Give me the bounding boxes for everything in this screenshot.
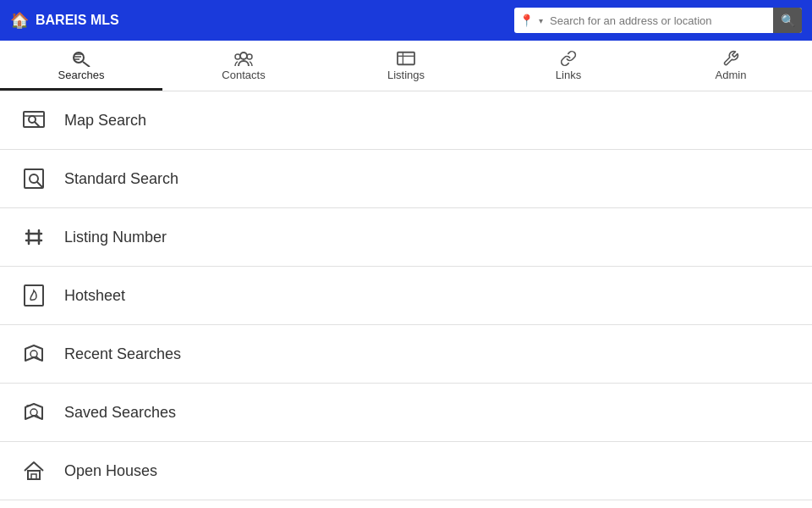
brand: 🏠 BAREIS MLS — [10, 11, 119, 30]
tab-links[interactable]: Links — [487, 41, 650, 91]
tab-listings[interactable]: Listings — [325, 41, 487, 91]
svg-point-7 — [247, 54, 252, 59]
svg-rect-28 — [28, 471, 40, 479]
tab-searches[interactable]: Searches — [0, 41, 162, 91]
hotsheet-label: Hotsheet — [64, 287, 125, 305]
tab-admin-label: Admin — [716, 69, 747, 81]
nav-tabs: Searches Contacts Listings — [0, 41, 812, 91]
dropdown-arrow-icon[interactable]: ▾ — [539, 16, 546, 25]
admin-icon — [721, 47, 741, 67]
search-bar: 📍 ▾ 🔍 — [514, 8, 802, 33]
saved-searches-icon — [20, 399, 47, 426]
listings-icon — [396, 47, 416, 67]
menu-item-hotsheet[interactable]: Hotsheet — [0, 267, 812, 325]
svg-point-5 — [240, 52, 247, 59]
open-houses-icon — [20, 457, 47, 484]
menu-item-map-search[interactable]: Map Search — [0, 91, 812, 150]
brand-name: BAREIS MLS — [36, 13, 119, 28]
tab-contacts[interactable]: Contacts — [162, 41, 325, 91]
menu-item-broker-tours[interactable]: Broker Tours — [0, 500, 812, 508]
svg-rect-22 — [25, 285, 43, 306]
listing-number-icon — [20, 224, 47, 251]
tab-links-label: Links — [556, 69, 581, 81]
standard-search-label: Standard Search — [64, 170, 178, 188]
contacts-icon — [233, 47, 254, 67]
tab-admin[interactable]: Admin — [650, 41, 812, 91]
svg-line-17 — [37, 182, 42, 187]
menu-item-recent-searches[interactable]: Recent Searches — [0, 325, 812, 384]
standard-search-icon — [20, 165, 47, 192]
searches-icon — [71, 47, 91, 67]
tab-listings-label: Listings — [387, 69, 425, 81]
map-search-icon — [20, 107, 47, 134]
tab-searches-label: Searches — [58, 69, 105, 81]
recent-searches-label: Recent Searches — [64, 345, 181, 363]
links-icon — [558, 47, 579, 67]
menu-list: Map Search Standard Search Listing Numbe… — [0, 91, 812, 508]
open-houses-label: Open Houses — [64, 462, 157, 480]
svg-rect-8 — [398, 52, 414, 64]
search-button[interactable]: 🔍 — [773, 8, 802, 33]
recent-searches-icon — [20, 340, 47, 367]
menu-item-standard-search[interactable]: Standard Search — [0, 150, 812, 208]
search-input[interactable] — [546, 14, 773, 27]
home-icon: 🏠 — [10, 11, 29, 30]
svg-rect-11 — [24, 112, 44, 127]
map-search-label: Map Search — [64, 112, 146, 130]
svg-point-6 — [235, 54, 240, 59]
listing-number-label: Listing Number — [64, 229, 167, 246]
location-pin-icon: 📍 — [514, 14, 539, 27]
saved-searches-label: Saved Searches — [64, 404, 176, 422]
hotsheet-icon — [20, 282, 47, 309]
menu-item-saved-searches[interactable]: Saved Searches — [0, 384, 812, 442]
svg-line-13 — [35, 122, 39, 126]
svg-line-1 — [83, 62, 90, 67]
header: 🏠 BAREIS MLS 📍 ▾ 🔍 — [0, 0, 812, 41]
menu-item-listing-number[interactable]: Listing Number — [0, 208, 812, 267]
menu-item-open-houses[interactable]: Open Houses — [0, 442, 812, 500]
tab-contacts-label: Contacts — [222, 69, 265, 81]
